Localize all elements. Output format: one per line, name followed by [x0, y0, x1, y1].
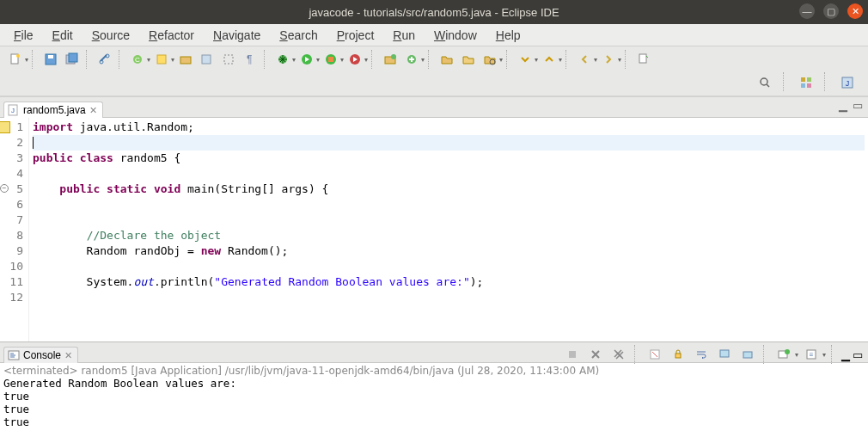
svg-rect-12 — [202, 55, 211, 64]
remove-launch-icon[interactable] — [585, 344, 606, 365]
open-folder2-icon[interactable] — [458, 49, 479, 70]
svg-point-25 — [761, 78, 767, 85]
code-line[interactable]: import java.util.Random; — [33, 120, 865, 135]
toolbar-separator — [86, 50, 91, 69]
dropdown-caret-icon[interactable]: ▾ — [795, 351, 798, 359]
word-wrap-icon[interactable] — [691, 344, 712, 365]
open-type-icon[interactable]: C — [127, 49, 148, 70]
next-annotation-icon[interactable] — [515, 49, 535, 70]
code-line[interactable] — [33, 197, 865, 212]
debug-icon[interactable] — [272, 49, 293, 70]
back-icon[interactable] — [574, 49, 595, 70]
new-project-icon[interactable] — [401, 49, 422, 70]
menu-help[interactable]: Help — [487, 26, 529, 45]
new-java-project-icon[interactable] — [380, 49, 400, 70]
code-line[interactable]: System.out.println("Generated Random Boo… — [33, 274, 865, 290]
console-output[interactable]: <terminated> random5 [Java Application] … — [0, 363, 868, 443]
svg-text:C: C — [135, 56, 140, 64]
tab-close-icon[interactable]: ✕ — [64, 350, 72, 361]
code-line[interactable]: public static void main(String[] args) { — [33, 182, 865, 197]
search-icon[interactable] — [755, 72, 775, 93]
search-folder-icon[interactable] — [480, 49, 500, 70]
line-number: 7 — [2, 212, 23, 228]
menu-project[interactable]: Project — [328, 26, 383, 45]
link-icon[interactable] — [95, 49, 115, 70]
menu-search[interactable]: Search — [271, 26, 326, 45]
display-selected-icon[interactable]: ≡ — [801, 344, 822, 365]
forward-icon[interactable] — [598, 49, 619, 70]
scroll-lock-icon[interactable] — [668, 344, 688, 365]
console-line: true — [3, 390, 865, 403]
line-number: 3 — [2, 151, 23, 166]
dropdown-caret-icon[interactable]: ▾ — [822, 351, 826, 359]
view-minimize-icon[interactable]: ▁ — [839, 99, 847, 112]
svg-rect-27 — [807, 77, 811, 82]
highlight-icon[interactable] — [151, 49, 172, 70]
code-line[interactable] — [33, 212, 865, 228]
menu-file[interactable]: File — [5, 26, 42, 45]
show-console-icon[interactable] — [737, 344, 758, 365]
svg-rect-5 — [69, 53, 77, 62]
line-number: 9 — [2, 243, 23, 259]
code-line[interactable] — [33, 290, 865, 305]
menu-window[interactable]: Window — [425, 26, 486, 45]
new-icon[interactable] — [5, 49, 26, 70]
coverage-icon[interactable] — [321, 49, 341, 70]
save-icon[interactable] — [40, 49, 61, 70]
view-minimize-icon[interactable]: ▁ — [841, 348, 850, 361]
code-content[interactable]: import java.util.Random;public class ran… — [29, 118, 868, 341]
window-close-button[interactable]: ✕ — [847, 3, 863, 19]
new-package-icon[interactable] — [175, 49, 196, 70]
code-line[interactable]: Random randObj = new Random(); — [33, 243, 865, 259]
line-number: 4 — [2, 166, 23, 182]
save-all-icon[interactable] — [62, 49, 83, 70]
window-minimize-button[interactable]: — — [799, 3, 815, 19]
console-tabstrip: Console ✕ ▾ ≡ ▾ ▁ ▭ — [0, 342, 868, 363]
svg-rect-39 — [743, 352, 752, 358]
svg-text:≡: ≡ — [810, 351, 814, 359]
line-number: 12 — [2, 290, 23, 305]
toolbar-separator — [634, 345, 639, 364]
menubar: FileEditSourceRefactorNavigateSearchProj… — [0, 24, 868, 46]
code-line[interactable] — [33, 166, 865, 182]
tab-close-icon[interactable]: ✕ — [89, 105, 97, 116]
open-console-icon[interactable] — [773, 344, 794, 365]
editor-tab[interactable]: J random5.java ✕ — [3, 102, 103, 118]
code-line[interactable] — [33, 135, 865, 151]
window-maximize-button[interactable]: ▢ — [823, 3, 839, 19]
menu-refactor[interactable]: Refactor — [140, 26, 203, 45]
open-folder-icon[interactable] — [437, 49, 457, 70]
remove-all-icon[interactable] — [608, 344, 629, 365]
pin-editor-icon[interactable] — [633, 49, 654, 70]
editor-area: J random5.java ✕ ▁ ▭ 12345−6789101112 im… — [0, 96, 868, 341]
svg-rect-3 — [48, 55, 53, 58]
fold-mark-icon[interactable]: − — [0, 184, 9, 193]
view-maximize-icon[interactable]: ▭ — [853, 348, 863, 361]
editor-tab-label: random5.java — [23, 104, 86, 116]
console-tab[interactable]: Console ✕ — [3, 347, 78, 363]
prev-annotation-icon[interactable] — [539, 49, 559, 70]
svg-rect-10 — [157, 55, 166, 64]
code-editor[interactable]: 12345−6789101112 import java.util.Random… — [0, 118, 868, 341]
open-perspective-icon[interactable] — [796, 72, 816, 93]
svg-rect-13 — [224, 55, 233, 64]
pilcrow-icon[interactable]: ¶ — [240, 49, 260, 70]
new-class-icon[interactable] — [197, 49, 217, 70]
run-last-icon[interactable] — [345, 49, 365, 70]
clear-console-icon[interactable] — [645, 344, 665, 365]
code-line[interactable]: //Declare the object — [33, 228, 865, 243]
block-select-icon[interactable] — [218, 49, 239, 70]
code-line[interactable] — [33, 259, 865, 274]
code-line[interactable]: public class random5 { — [33, 151, 865, 166]
console-line: true — [3, 403, 865, 415]
menu-source[interactable]: Source — [83, 26, 138, 45]
svg-rect-37 — [675, 354, 681, 358]
pin-console-icon[interactable] — [714, 344, 735, 365]
menu-edit[interactable]: Edit — [44, 26, 82, 45]
svg-text:J: J — [846, 79, 850, 88]
menu-navigate[interactable]: Navigate — [205, 26, 269, 45]
java-perspective-icon[interactable]: J — [837, 72, 858, 93]
menu-run[interactable]: Run — [384, 26, 424, 45]
view-maximize-icon[interactable]: ▭ — [853, 99, 863, 112]
run-icon[interactable] — [296, 49, 317, 70]
